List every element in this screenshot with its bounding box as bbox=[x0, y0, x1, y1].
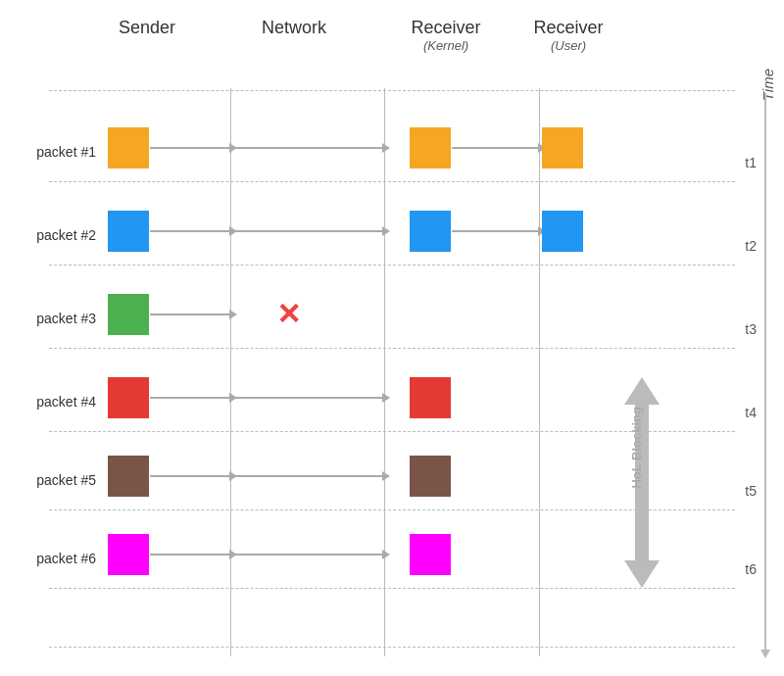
hol-blocking-label: HoL Blocking bbox=[629, 407, 644, 489]
packet-2-kernel bbox=[410, 211, 451, 252]
row-line-top bbox=[49, 90, 735, 91]
receiver-user-header: Receiver (User) bbox=[519, 18, 617, 53]
time-label-t5: t5 bbox=[745, 483, 757, 499]
time-label-t4: t4 bbox=[745, 405, 757, 420]
packet-6-arrow-1 bbox=[150, 554, 231, 555]
packet-3-drop-marker: ✕ bbox=[276, 297, 301, 331]
packet-6-kernel bbox=[410, 534, 451, 575]
packet-5-label: packet #5 bbox=[18, 472, 96, 488]
packet-4-label: packet #4 bbox=[18, 394, 96, 410]
row-line-6 bbox=[49, 588, 735, 589]
packet-1-arrow-1 bbox=[150, 147, 231, 149]
row-line-bottom bbox=[49, 647, 735, 648]
packet-5-sender bbox=[108, 456, 149, 497]
packet-4-sender bbox=[108, 377, 149, 418]
time-axis-label: Time bbox=[760, 69, 776, 101]
packet-2-arrow-3 bbox=[452, 230, 540, 232]
svg-marker-2 bbox=[624, 560, 660, 588]
packet-5-kernel bbox=[410, 456, 451, 497]
packet-2-label: packet #2 bbox=[18, 227, 96, 243]
svg-marker-1 bbox=[624, 377, 660, 405]
time-label-t3: t3 bbox=[745, 321, 757, 337]
sender-header: Sender bbox=[98, 18, 196, 38]
time-label-t1: t1 bbox=[745, 155, 757, 170]
time-axis bbox=[764, 93, 766, 652]
receiver-kernel-header: Receiver (Kernel) bbox=[392, 18, 500, 53]
packet-6-label: packet #6 bbox=[18, 551, 96, 566]
packet-1-arrow-2 bbox=[231, 147, 384, 149]
diagram: Sender Network Receiver (Kernel) Receive… bbox=[0, 0, 784, 676]
time-label-t6: t6 bbox=[745, 561, 757, 577]
packet-1-user bbox=[542, 127, 583, 169]
time-label-t2: t2 bbox=[745, 238, 757, 254]
network-header: Network bbox=[245, 18, 343, 38]
receiver-kernel-col-line bbox=[384, 88, 385, 656]
packet-3-label: packet #3 bbox=[18, 311, 96, 326]
row-line-3 bbox=[49, 348, 735, 349]
packet-2-arrow-1 bbox=[150, 230, 231, 232]
packet-4-arrow-1 bbox=[150, 397, 231, 399]
packet-6-arrow-2 bbox=[231, 554, 384, 555]
packet-1-label: packet #1 bbox=[18, 144, 96, 160]
row-line-2 bbox=[49, 265, 735, 266]
packet-1-arrow-3 bbox=[452, 147, 540, 149]
packet-5-arrow-2 bbox=[231, 475, 384, 477]
packet-5-arrow-1 bbox=[150, 475, 231, 477]
receiver-user-col-line bbox=[539, 88, 540, 656]
packet-3-sender bbox=[108, 294, 149, 335]
packet-4-arrow-2 bbox=[231, 397, 384, 399]
packet-2-arrow-2 bbox=[231, 230, 384, 232]
row-line-1 bbox=[49, 181, 735, 182]
packet-1-kernel bbox=[410, 127, 451, 169]
network-col-line bbox=[230, 88, 231, 656]
packet-1-sender bbox=[108, 127, 149, 169]
packet-6-sender bbox=[108, 534, 149, 575]
packet-3-arrow-1 bbox=[150, 314, 231, 315]
packet-2-user bbox=[542, 211, 583, 252]
packet-2-sender bbox=[108, 211, 149, 252]
packet-4-kernel bbox=[410, 377, 451, 418]
